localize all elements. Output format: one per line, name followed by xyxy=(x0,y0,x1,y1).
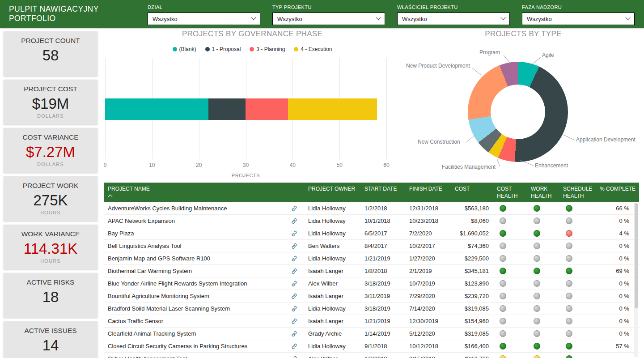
start-date-cell: 1/2/2018 xyxy=(361,205,406,212)
donut-label-enhancement: Enhancement xyxy=(535,162,568,169)
link-icon[interactable] xyxy=(291,243,297,249)
filter-dropdown-typ-projektu[interactable]: Wszystko xyxy=(272,13,385,25)
kpi-value: 114.31K xyxy=(4,241,97,257)
legend-dot xyxy=(173,47,177,51)
link-cell xyxy=(289,243,305,249)
filter-dropdown-w-a-ciciel-projektu[interactable]: Wszystko xyxy=(397,13,510,25)
link-icon[interactable] xyxy=(291,318,297,324)
health-dot-gray xyxy=(566,280,572,287)
legend-item-3-planning[interactable]: 3 - Planning xyxy=(250,46,285,52)
link-icon[interactable] xyxy=(291,256,297,262)
table-row[interactable]: Benjamin Map and GPS Software R100Lidia … xyxy=(104,252,639,265)
link-icon[interactable] xyxy=(291,293,297,299)
table-row[interactable]: Blue Yonder Airline Flight Rewards Syste… xyxy=(104,277,639,290)
project-owner-cell: Alex Wilber xyxy=(305,355,361,358)
scrollbar-thumb[interactable] xyxy=(635,203,638,308)
health-dot-gray xyxy=(534,293,540,299)
column-header-project-owner[interactable]: PROJECT OWNER xyxy=(305,186,361,202)
finish-date-cell: 3/15/2018 xyxy=(406,355,451,358)
project-name-cell: Blue Yonder Airline Flight Rewards Syste… xyxy=(104,280,289,287)
link-cell xyxy=(289,205,305,212)
type-chart-title: PROJECTS BY TYPE xyxy=(402,30,644,38)
table-row[interactable]: Bountiful Agriculture Monitoring SystemI… xyxy=(104,290,639,303)
bar-segment-4-execution[interactable] xyxy=(288,98,377,120)
donut[interactable] xyxy=(468,62,568,162)
legend-item-blank[interactable]: (Blank) xyxy=(173,46,196,52)
sort-ascending-icon xyxy=(108,194,113,199)
filter-label: WŁAŚCICIEL PROJEKTU xyxy=(397,4,510,10)
kpi-card-project-count: PROJECT COUNT58 xyxy=(4,31,97,76)
legend-item-1-proposal[interactable]: 1 - Proposal xyxy=(205,46,241,52)
link-icon[interactable] xyxy=(291,205,297,212)
table-row[interactable]: Cyber Health Assessment ToolAlex Wilber1… xyxy=(104,353,639,358)
work-health-cell xyxy=(525,305,557,312)
column-header-project-name[interactable]: PROJECT NAME xyxy=(104,186,289,202)
column-header-cost[interactable]: COST xyxy=(451,186,491,202)
table-row[interactable]: Bell Linguistics Analysis ToolBen Walter… xyxy=(104,240,639,252)
table-row[interactable]: Bradford Solid Material Laser Scanning S… xyxy=(104,303,639,315)
donut-label-agile: Agile xyxy=(542,52,554,58)
project-name-cell: Bountiful Agriculture Monitoring System xyxy=(104,293,289,299)
column-header-cost-health[interactable]: COST HEALTH xyxy=(491,186,525,202)
project-name-cell: Biothermal Ear Warming System xyxy=(104,268,289,274)
table-row[interactable]: Closed Circuit Security Cameras in Parki… xyxy=(104,340,639,353)
link-icon[interactable] xyxy=(291,281,297,287)
bar-segment-blank[interactable] xyxy=(105,98,208,120)
health-dot-gray xyxy=(566,305,572,312)
percent-complete-cell: 66 % xyxy=(596,205,632,212)
x-tick: 10 xyxy=(149,162,155,168)
project-owner-cell: Lidia Holloway xyxy=(305,217,361,224)
schedule-health-cell xyxy=(557,318,596,324)
cost-health-cell xyxy=(491,330,525,337)
link-icon[interactable] xyxy=(291,356,297,358)
link-icon[interactable] xyxy=(291,218,297,224)
bar-segment-3-planning[interactable] xyxy=(246,98,288,120)
cost-cell: $319,085 xyxy=(451,305,491,312)
project-name-cell: Cyber Health Assessment Tool xyxy=(104,355,289,358)
top-bar: PULPIT NAWIGACYJNY PORTFOLIO DZIAŁWszyst… xyxy=(0,0,644,28)
legend-item-4-execution[interactable]: 4 - Execution xyxy=(294,46,332,52)
project-name-cell: Bell Linguistics Analysis Tool xyxy=(104,243,289,249)
finish-date-cell: 12/31/2018 xyxy=(406,205,451,212)
filter-dropdown-dzia[interactable]: Wszystko xyxy=(148,13,260,25)
filter-dropdown-faza-nadzoru[interactable]: Wszystko xyxy=(522,13,635,25)
bar-plot: PROJECTS 0102030405060 xyxy=(105,58,386,159)
table-row[interactable]: Clearfield Animal Tracking SystemGrady A… xyxy=(104,328,639,340)
column-header-link[interactable] xyxy=(289,186,305,202)
column-header-schedule-health[interactable]: SCHEDULE HEALTH xyxy=(557,186,596,202)
kpi-value: $7.27M xyxy=(4,145,97,160)
table-row[interactable]: APAC Network ExpansionLidia Holloway10/1… xyxy=(104,215,639,227)
health-dot-yellow xyxy=(534,355,540,358)
health-dot-gray xyxy=(500,305,506,312)
cost-cell: $74,360 xyxy=(451,243,491,249)
health-dot-gray xyxy=(500,318,506,324)
link-icon[interactable] xyxy=(291,268,297,274)
link-icon[interactable] xyxy=(291,343,297,349)
table-row[interactable]: AdventureWorks Cycles Building Maintenan… xyxy=(104,202,639,215)
kpi-value: 275K xyxy=(4,193,97,209)
column-header-work-health[interactable]: WORK HEALTH xyxy=(525,186,557,202)
health-dot-green xyxy=(534,343,540,349)
link-icon[interactable] xyxy=(291,331,297,337)
kpi-title: WORK VARIANCE xyxy=(4,230,97,238)
bar-segment-1-proposal[interactable] xyxy=(208,98,246,120)
health-dot-gray xyxy=(500,330,506,337)
legend-label: 4 - Execution xyxy=(301,46,332,52)
chevron-down-icon xyxy=(376,15,381,20)
link-cell xyxy=(289,218,305,224)
project-owner-cell: Isaiah Langer xyxy=(305,268,361,274)
schedule-health-cell xyxy=(557,205,596,212)
schedule-health-cell xyxy=(557,230,596,237)
column-header-percent-complete[interactable]: % COMPLETE xyxy=(596,186,632,202)
table-row[interactable]: Bay PlazaLidia Holloway6/5/20177/2/2020$… xyxy=(104,227,639,240)
column-header-start-date[interactable]: START DATE xyxy=(361,186,406,202)
cost-health-cell xyxy=(491,217,525,224)
column-header-finish-date[interactable]: FINISH DATE xyxy=(406,186,451,202)
percent-complete-cell: 0 % xyxy=(596,280,632,287)
table-row[interactable]: Biothermal Ear Warming SystemIsaiah Lang… xyxy=(104,265,639,277)
link-icon[interactable] xyxy=(291,306,297,312)
kpi-value: 14 xyxy=(4,338,97,354)
table-scrollbar[interactable] xyxy=(634,203,638,357)
link-icon[interactable] xyxy=(291,230,297,237)
table-row[interactable]: Cactus Traffic SensorIsaiah Langer1/21/2… xyxy=(104,315,639,328)
